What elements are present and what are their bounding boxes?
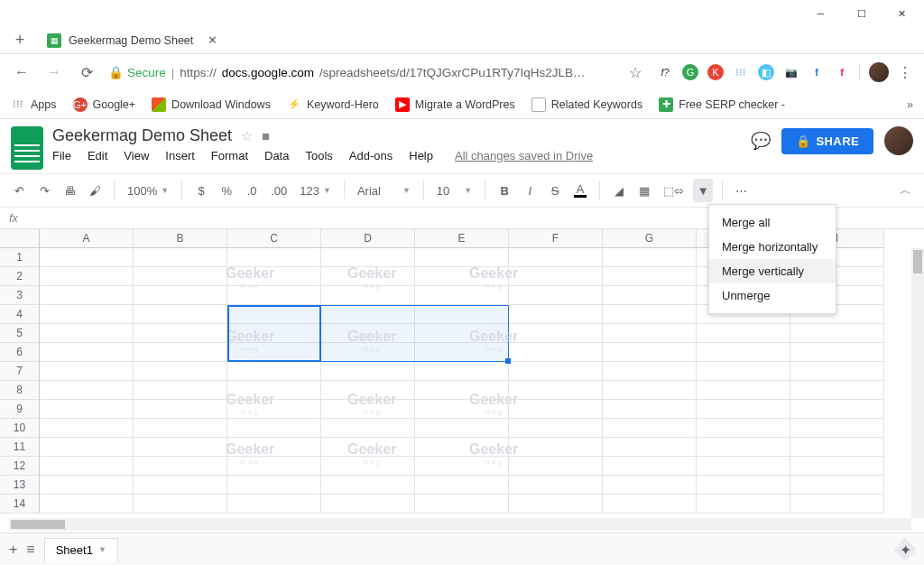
ext-icon[interactable]: f? [657,64,673,80]
ext-icon[interactable]: G [682,64,698,80]
cell[interactable] [227,438,321,457]
cell[interactable] [603,438,697,457]
cell[interactable] [40,495,134,514]
strike-button[interactable]: S [545,179,565,202]
cell[interactable] [509,362,603,381]
select-all-corner[interactable] [0,229,40,248]
cell[interactable] [509,305,603,324]
cell[interactable] [509,286,603,305]
cell[interactable] [415,400,509,419]
move-folder-icon[interactable]: ■ [262,128,270,144]
cell[interactable] [227,343,321,362]
chrome-menu-button[interactable]: ⋮ [898,64,913,81]
cell[interactable] [321,476,415,495]
cell[interactable] [134,324,227,343]
cell[interactable] [697,381,790,400]
document-title[interactable]: Geekermag Demo Sheet [52,126,232,145]
cell[interactable] [790,476,884,495]
cell[interactable] [40,324,134,343]
cell[interactable] [509,419,603,438]
cell[interactable] [134,362,227,381]
cell[interactable] [697,438,790,457]
cell[interactable] [415,286,509,305]
window-maximize-button[interactable]: ☐ [841,0,882,27]
row-header[interactable]: 2 [0,267,40,286]
row-header[interactable]: 6 [0,343,40,362]
cell[interactable] [40,419,134,438]
cell[interactable] [134,400,227,419]
ext-icon[interactable]: K [707,64,724,80]
bookmark-item[interactable]: ⚡ Keyword-Hero [287,97,379,112]
cell[interactable] [40,343,134,362]
cell[interactable] [134,419,227,438]
cell[interactable] [603,381,697,400]
menu-insert[interactable]: Insert [165,149,195,162]
browser-tab[interactable]: ▦ Geekermag Demo Sheet ✕ [38,28,226,53]
redo-button[interactable]: ↷ [34,179,54,202]
ext-icon[interactable]: f [808,64,825,80]
sheets-logo[interactable] [11,126,43,170]
cell[interactable] [227,381,321,400]
explore-button[interactable]: ✦ [893,538,917,561]
cell[interactable] [321,305,415,324]
undo-button[interactable]: ↶ [9,179,29,202]
cell[interactable] [227,267,321,286]
cell[interactable] [415,343,509,362]
menu-help[interactable]: Help [409,149,433,162]
cell[interactable] [697,324,790,343]
ext-icon[interactable]: ◧ [758,64,774,80]
cell[interactable] [321,457,415,476]
fill-color-button[interactable]: ◢ [609,179,629,202]
bookmark-item[interactable]: G+ Google+ [73,97,136,112]
cell[interactable] [227,286,321,305]
cell[interactable] [321,362,415,381]
cell[interactable] [134,438,227,457]
new-tab-button[interactable]: + [7,28,32,53]
row-header[interactable]: 13 [0,476,40,495]
cell[interactable] [697,343,790,362]
cell[interactable] [790,362,884,381]
cell[interactable] [415,476,509,495]
cell[interactable] [603,343,697,362]
cell[interactable] [790,400,884,419]
cell[interactable] [415,362,509,381]
unmerge-item[interactable]: Unmerge [709,283,836,308]
percent-button[interactable]: % [217,179,236,202]
cell[interactable] [321,419,415,438]
cell[interactable] [790,438,884,457]
cell[interactable] [415,495,509,514]
bookmark-item[interactable]: Related Keywords [531,97,642,112]
cell[interactable] [134,305,227,324]
paint-format-button[interactable]: 🖌 [85,179,105,202]
cell[interactable] [603,419,697,438]
menu-file[interactable]: File [52,149,71,162]
ext-icon[interactable]: ⁝⁝⁝ [733,64,749,80]
cell[interactable] [790,457,884,476]
cell[interactable] [509,267,603,286]
cell[interactable] [790,324,884,343]
cell[interactable] [40,267,134,286]
cell[interactable] [134,457,227,476]
cell[interactable] [415,267,509,286]
cell[interactable] [227,495,321,514]
cell[interactable] [603,324,697,343]
cell[interactable] [415,457,509,476]
font-select[interactable]: Arial▼ [354,184,414,198]
row-header[interactable]: 7 [0,362,40,381]
sheet-tab[interactable]: Sheet1 ▼ [44,538,118,561]
cell[interactable] [134,343,227,362]
cell[interactable] [509,400,603,419]
cell[interactable] [40,476,134,495]
borders-button[interactable]: ▦ [634,179,654,202]
cell[interactable] [321,438,415,457]
cell[interactable] [790,343,884,362]
column-header[interactable]: G [603,229,697,248]
profile-avatar[interactable] [869,62,889,82]
cell[interactable] [227,400,321,419]
cell[interactable] [603,400,697,419]
window-close-button[interactable]: ✕ [882,0,922,27]
menu-format[interactable]: Format [211,149,248,162]
bookmark-item[interactable]: . Download Windows [152,97,271,112]
ext-icon[interactable]: 📷 [783,64,799,80]
row-header[interactable]: 14 [0,495,40,514]
